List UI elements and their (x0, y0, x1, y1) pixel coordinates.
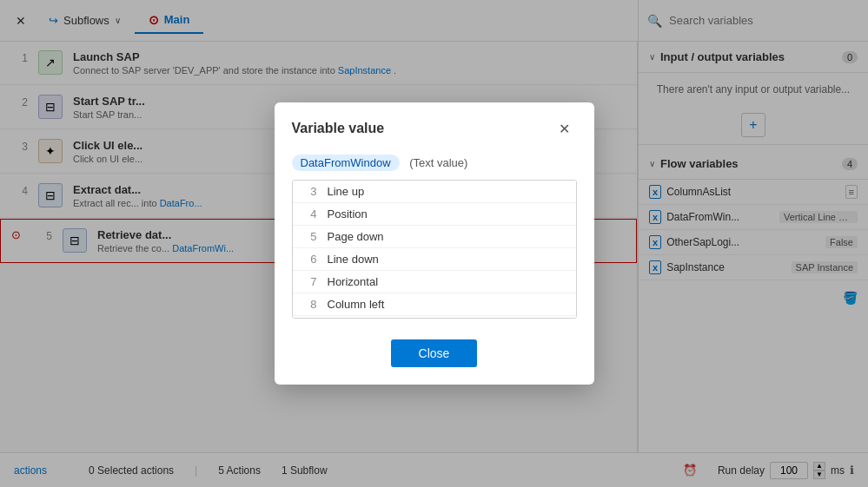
list-item-4: 4 Position (293, 203, 576, 226)
modal-title: Variable value (292, 121, 385, 136)
variable-value-modal: Variable value ✕ DataFromWindow (Text va… (275, 102, 594, 385)
modal-body: DataFromWindow (Text value) 3 Line up 4 … (275, 151, 594, 332)
modal-var-type: (Text value) (409, 156, 467, 169)
list-item-3: 3 Line up (293, 181, 576, 203)
modal-value-list: 3 Line up 4 Position 5 Page down 6 Line … (292, 180, 577, 319)
modal-var-tag: DataFromWindow (292, 155, 400, 171)
modal-footer: Close (275, 332, 594, 385)
modal-overlay[interactable]: Variable value ✕ DataFromWindow (Text va… (0, 0, 868, 487)
close-modal-button[interactable]: Close (391, 339, 478, 367)
list-item-9: 9 (293, 316, 576, 319)
modal-header: Variable value ✕ (275, 102, 594, 151)
list-item-7: 7 Horizontal (293, 271, 576, 293)
modal-close-button[interactable]: ✕ (553, 116, 577, 141)
list-item-8: 8 Column left (293, 293, 576, 316)
list-item-6: 6 Line down (293, 248, 576, 271)
list-item-5: 5 Page down (293, 226, 576, 248)
